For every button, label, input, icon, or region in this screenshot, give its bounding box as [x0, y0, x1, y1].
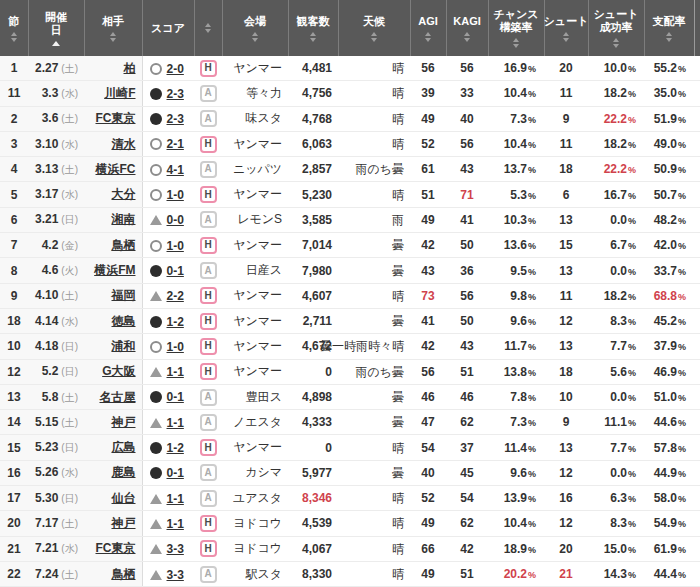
cell-score: 3-3	[142, 536, 194, 561]
percent-sign: %	[678, 140, 686, 150]
chance-rate-value: 10.4	[504, 516, 527, 530]
shot-success-value: 0.0	[610, 466, 627, 480]
col-header-venue[interactable]: 会場	[222, 0, 288, 56]
cell-chance-rate: 10.4%	[488, 81, 544, 106]
edge-sliver	[694, 131, 700, 156]
cell-possession: 51.9%	[644, 106, 694, 131]
weather-value: 曇	[392, 313, 404, 330]
percent-sign: %	[628, 494, 636, 504]
col-header-chance[interactable]: チャンス構築率	[488, 0, 544, 56]
score-link[interactable]: 2-2	[167, 289, 184, 303]
score-link[interactable]: 4-1	[167, 163, 184, 177]
cell-score: 1-0	[142, 182, 194, 207]
percent-sign: %	[528, 570, 536, 580]
cell-shot-success-rate: 0.0%	[588, 258, 644, 283]
score-link[interactable]: 3-3	[167, 568, 184, 582]
opponent-link[interactable]: 大分	[112, 187, 136, 201]
cell-score: 0-1	[142, 384, 194, 409]
cell-weather: 晴	[338, 56, 410, 81]
cell-weather: 雨	[338, 207, 410, 232]
cell-opponent: 柏	[84, 56, 142, 81]
col-header-ha[interactable]	[194, 0, 222, 56]
score-link[interactable]: 1-1	[167, 416, 184, 430]
col-header-shots[interactable]: シュート	[544, 0, 588, 56]
opponent-link[interactable]: FC東京	[96, 111, 136, 125]
cell-home-away: A	[194, 106, 222, 131]
cell-agi: 49	[410, 106, 446, 131]
opponent-link[interactable]: 清水	[112, 137, 136, 151]
opponent-link[interactable]: G大阪	[102, 364, 135, 378]
cell-agi: 54	[410, 435, 446, 460]
cell-agi: 49	[410, 561, 446, 586]
col-header-date[interactable]: 開催日	[28, 0, 84, 56]
opponent-link[interactable]: 鳥栖	[112, 567, 136, 581]
day-of-week: (日)	[61, 442, 78, 453]
edge-sliver	[694, 56, 700, 81]
col-header-sec[interactable]: 節	[0, 0, 28, 56]
score-link[interactable]: 0-1	[167, 264, 184, 278]
day-of-week: (水)	[61, 316, 78, 327]
opponent-link[interactable]: 川崎F	[104, 86, 135, 100]
score-link[interactable]: 0-1	[167, 466, 184, 480]
opponent-link[interactable]: 仙台	[112, 491, 136, 505]
score-link[interactable]: 1-1	[167, 492, 184, 506]
score-link[interactable]: 2-3	[167, 87, 184, 101]
col-header-agi[interactable]: AGI	[410, 0, 446, 56]
table-row: 104.18(日)浦和1-0Hヤンマー4,672曇一時雨時々晴424311.7%…	[0, 334, 700, 359]
score-link[interactable]: 3-3	[167, 542, 184, 556]
score-link[interactable]: 2-3	[167, 112, 184, 126]
score-link[interactable]: 1-0	[167, 239, 184, 253]
cell-score: 1-2	[142, 435, 194, 460]
table-row: 33.10(水)清水2-1Hヤンマー6,063晴525610.4%1118.2%…	[0, 131, 700, 156]
opponent-link[interactable]: 神戸	[112, 516, 136, 530]
score-link[interactable]: 1-1	[167, 365, 184, 379]
possession-value: 58.0	[654, 491, 677, 505]
opponent-link[interactable]: 鹿島	[112, 465, 136, 479]
opponent-link[interactable]: 横浜FM	[94, 263, 135, 277]
cell-home-away: H	[194, 536, 222, 561]
home-away-badge: A	[200, 85, 217, 102]
opponent-link[interactable]: 徳島	[112, 314, 136, 328]
cell-possession: 51.0%	[644, 384, 694, 409]
date-value: 3.6	[42, 111, 59, 125]
opponent-link[interactable]: 名古屋	[100, 390, 136, 404]
col-header-poss[interactable]: 支配率	[644, 0, 694, 56]
opponent-link[interactable]: FC東京	[96, 541, 136, 555]
opponent-link[interactable]: 浦和	[112, 339, 136, 353]
cell-shots: 13	[544, 334, 588, 359]
score-link[interactable]: 2-0	[167, 62, 184, 76]
score-link[interactable]: 1-2	[167, 315, 184, 329]
score-link[interactable]: 1-0	[167, 188, 184, 202]
percent-sign: %	[528, 241, 536, 251]
opponent-link[interactable]: 湘南	[112, 212, 136, 226]
opponent-link[interactable]: 広島	[112, 440, 136, 454]
col-header-kagi[interactable]: KAGI	[446, 0, 488, 56]
cell-possession: 45.2%	[644, 308, 694, 333]
chance-rate-value: 7.8	[510, 390, 527, 404]
opponent-link[interactable]: 福岡	[112, 288, 136, 302]
score-link[interactable]: 1-2	[167, 441, 184, 455]
percent-sign: %	[678, 393, 686, 403]
col-header-weather[interactable]: 天候	[338, 0, 410, 56]
opponent-link[interactable]: 神戸	[112, 415, 136, 429]
opponent-link[interactable]: 柏	[124, 61, 136, 75]
result-draw-icon	[150, 418, 162, 428]
cell-kagi: 50	[446, 308, 488, 333]
score-link[interactable]: 0-1	[167, 390, 184, 404]
cell-attendance: 4,756	[288, 81, 338, 106]
score-link[interactable]: 0-0	[167, 213, 184, 227]
col-header-shot_rate[interactable]: シュート成功率	[588, 0, 644, 56]
home-away-badge: H	[200, 60, 217, 77]
percent-sign: %	[628, 342, 636, 352]
col-header-opp[interactable]: 相手	[84, 0, 142, 56]
score-link[interactable]: 1-1	[167, 517, 184, 531]
score-link[interactable]: 2-1	[167, 137, 184, 151]
opponent-link[interactable]: 鳥栖	[112, 238, 136, 252]
col-header-att[interactable]: 観客数	[288, 0, 338, 56]
opponent-link[interactable]: 横浜FC	[96, 162, 136, 176]
possession-value: 54.9	[654, 516, 677, 530]
date-value: 3.13	[35, 162, 58, 176]
date-value: 7.17	[35, 516, 58, 530]
cell-venue: ヤンマー	[222, 56, 288, 81]
score-link[interactable]: 1-0	[167, 340, 184, 354]
